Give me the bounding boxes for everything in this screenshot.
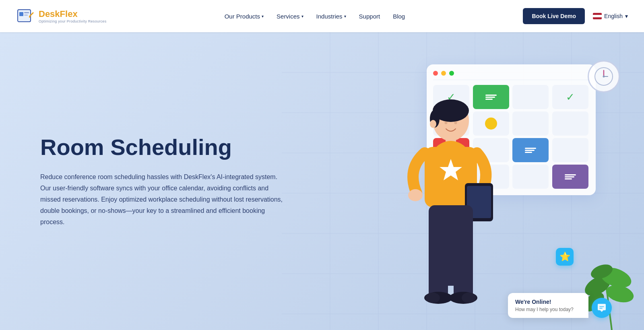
language-selector[interactable]: English ▾: [593, 13, 628, 19]
cal-cell-empty-4: [552, 111, 588, 136]
navbar: DeskFlex Optimizing your Productivity Re…: [0, 0, 644, 32]
svg-point-33: [408, 189, 423, 201]
nav-item-industries[interactable]: Industries ▾: [316, 13, 346, 20]
star-badge: ⭐: [556, 248, 574, 266]
chat-widget: We're Online! How may I help you today?: [508, 293, 612, 318]
chat-status: We're Online!: [515, 299, 581, 305]
clock-svg: [594, 66, 614, 87]
clock-icon: [588, 60, 620, 93]
flag-icon: [593, 13, 602, 19]
nav-item-services[interactable]: Services ▾: [277, 13, 303, 20]
nav-item-blog[interactable]: Blog: [393, 13, 405, 20]
logo-icon: [16, 6, 35, 26]
svg-rect-37: [429, 237, 448, 298]
window-dot-green: [449, 71, 454, 76]
calendar-header: [433, 71, 589, 80]
chevron-down-icon: ▾: [625, 13, 628, 19]
nav-item-products[interactable]: Our Products ▾: [225, 13, 264, 20]
cal-cell-empty-1: [512, 85, 549, 109]
nav-item-support[interactable]: Support: [359, 13, 380, 20]
logo[interactable]: DeskFlex Optimizing your Productivity Re…: [16, 6, 106, 26]
window-dot-yellow: [441, 71, 446, 76]
chevron-down-icon: ▾: [344, 14, 346, 19]
chat-prompt: How may I help you today?: [515, 307, 581, 312]
hero-content: Room Scheduling Reduce conference room s…: [0, 134, 290, 228]
logo-tagline: Optimizing your Productivity Resources: [39, 19, 106, 23]
cal-cell-doc-purple: [552, 165, 588, 189]
hero-section: Room Scheduling Reduce conference room s…: [0, 32, 644, 330]
svg-point-28: [430, 120, 436, 128]
person-illustration: [394, 89, 507, 330]
svg-point-40: [425, 293, 440, 303]
svg-rect-38: [454, 237, 473, 298]
logo-name: DeskFlex: [39, 9, 106, 19]
svg-point-4: [29, 16, 31, 18]
cal-cell-doc-blue: [512, 138, 549, 162]
svg-point-22: [603, 76, 605, 78]
logo-text-block: DeskFlex Optimizing your Productivity Re…: [39, 9, 106, 23]
chevron-down-icon: ▾: [301, 14, 303, 19]
nav-right: Book Live Demo English ▾: [523, 8, 628, 24]
cal-cell-empty-8: [512, 165, 549, 189]
window-dot-red: [433, 71, 438, 76]
svg-rect-3: [24, 14, 28, 16]
nav-links: Our Products ▾ Services ▾ Industries ▾ S…: [225, 13, 405, 20]
cal-cell-empty-3: [512, 111, 549, 136]
plant-decoration: [580, 250, 644, 330]
chat-button[interactable]: [592, 298, 612, 318]
chevron-down-icon: ▾: [262, 14, 264, 19]
cal-cell-empty-6: [552, 138, 588, 162]
svg-point-26: [445, 122, 448, 124]
book-demo-button[interactable]: Book Live Demo: [523, 8, 585, 24]
svg-rect-2: [24, 12, 29, 13]
cal-cell-checkmark-2: ✓: [552, 85, 588, 109]
hero-description: Reduce conference room scheduling hassle…: [40, 171, 290, 228]
svg-point-42: [462, 293, 476, 303]
hero-title: Room Scheduling: [40, 134, 290, 160]
svg-point-27: [454, 122, 457, 124]
svg-rect-1: [19, 12, 23, 16]
chat-bubble: We're Online! How may I help you today?: [508, 293, 588, 318]
